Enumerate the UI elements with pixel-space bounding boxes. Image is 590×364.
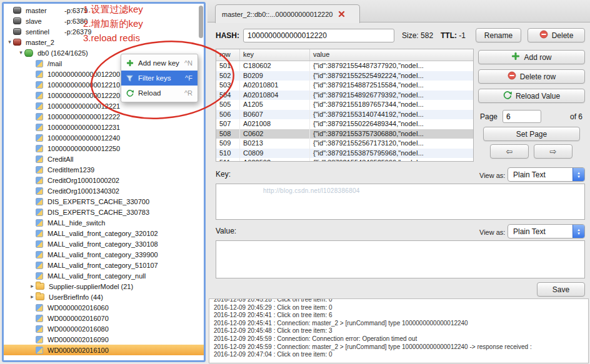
collapse-arrow-icon[interactable]: ▾ [6, 39, 13, 46]
log-panel[interactable]: 2016-12-09 20:45:28 : Click on tree item… [209, 298, 589, 363]
caret-down-icon: ▼ [577, 175, 581, 179]
menu-item-shortcut: ^N [184, 59, 192, 67]
tab-bar: master_2::db0::...000000000012220 [208, 0, 590, 22]
cell-key: C0809 [240, 149, 310, 159]
tree-item[interactable]: 1000000000000012231 [4, 122, 204, 132]
tree-item[interactable]: 1000000000000012250 [4, 143, 204, 154]
pagination: Page of 6 [480, 110, 585, 123]
app-window: master-p:6379slave-p:6380sentinel-p:2637… [0, 0, 590, 364]
prev-page-button[interactable]: ⇦ [490, 144, 529, 159]
expand-arrow-icon[interactable]: ▸ [29, 293, 36, 300]
tree-item[interactable]: 1000000000000012222 [4, 111, 204, 122]
key-name-input[interactable] [243, 29, 394, 42]
table-row[interactable]: 505A1205{"id":387921551897657344,"nodeI.… [216, 100, 473, 110]
next-page-button[interactable]: ⇨ [534, 144, 572, 159]
value-editor[interactable] [216, 240, 585, 278]
tree-item[interactable]: MALL_hide_switch [4, 217, 204, 228]
tree-item[interactable]: MALL_valid_front_category_null [4, 270, 204, 281]
menu-item-reload[interactable]: Reload^R [121, 86, 198, 101]
tree-item-label: sentinel [26, 28, 57, 36]
tree-item-label: 1000000000000012231 [48, 124, 120, 131]
cell-value: {"id":387921554349525996,"nodeI... [310, 158, 473, 162]
cell-key: A1205 [240, 100, 310, 110]
tree-item[interactable]: WD0000002016100 [4, 345, 204, 355]
tree-item[interactable]: DIS_EXPERTS_CACHE_330783 [4, 207, 204, 217]
column-header-row[interactable]: row [216, 49, 240, 61]
save-button[interactable]: Save [537, 282, 585, 297]
key-editor[interactable]: http://blog.csdn.net/l1028386804 [216, 184, 585, 220]
key-icon [36, 251, 43, 258]
key-icon [36, 92, 43, 99]
tree-item[interactable]: CreditAll [4, 154, 204, 164]
table-row[interactable]: 508C0602{"id":387921553757306880,"nodeI.… [216, 129, 473, 139]
tab-key-editor[interactable]: master_2::db0::...000000000012220 [215, 4, 360, 23]
tree-item[interactable]: WD0000002016090 [4, 334, 204, 345]
table-row[interactable]: 504A02010804{"id":387921548926779392,"no… [216, 91, 473, 101]
reload-icon [503, 91, 512, 101]
tree-item[interactable]: WD0000002016060 [4, 302, 204, 313]
set-page-button[interactable]: Set Page [483, 127, 580, 141]
tree-item[interactable]: CreditItem1239 [4, 164, 204, 175]
tree-item-label: 1000000000000012240 [48, 134, 120, 142]
cell-key: B0213 [240, 139, 310, 149]
table-row[interactable]: 511A022502{"id":387921554349525996,"node… [216, 158, 473, 162]
column-header-key[interactable]: key [240, 49, 310, 61]
key-view-select[interactable]: Plain Text ▲ ▼ [508, 167, 585, 182]
left-arrow-icon: ⇦ [506, 147, 513, 156]
key-icon [36, 187, 43, 195]
tree-item[interactable]: ▸Supplier-supplierModel (21) [4, 281, 204, 292]
tree-item[interactable]: MALL_valid_front_category_339900 [4, 249, 204, 260]
tree-item[interactable]: CreditOrg10001340302 [4, 185, 204, 196]
add-row-button[interactable]: Add row [478, 50, 585, 64]
minus-icon [539, 30, 548, 41]
menu-item-add-new-key[interactable]: Add new key^N [121, 56, 198, 71]
cell-row: 502 [216, 71, 240, 81]
delete-row-button[interactable]: Delete row [478, 69, 585, 84]
table-row[interactable]: 501C180602{"id":387921554487377920,"node… [216, 61, 473, 71]
rename-button[interactable]: Rename [476, 28, 521, 42]
key-icon [36, 81, 43, 89]
tree-item-label: db0 (1624/1625) [38, 49, 88, 57]
key-icon [36, 325, 43, 333]
menu-item-filter-keys[interactable]: Filter keys^F [121, 71, 198, 86]
cell-row: 503 [216, 81, 240, 91]
cell-row: 508 [216, 129, 240, 139]
tab-close-icon[interactable] [338, 11, 345, 17]
table-row[interactable]: 509B0213{"id":387921552567173120,"nodeI.… [216, 139, 473, 149]
expand-arrow-icon[interactable]: ▸ [29, 283, 36, 290]
tree-item[interactable]: DIS_EXPERTS_CACHE_330700 [4, 196, 204, 207]
select-caret-icon: ▲ ▼ [572, 225, 584, 238]
tree-item[interactable]: 1000000000000012240 [4, 132, 204, 143]
table-row[interactable]: 502B0209{"id":387921552525492224,"nodeI.… [216, 71, 473, 81]
delete-button[interactable]: Delete [528, 28, 585, 42]
tree-item-label: 1000000000000012210 [48, 81, 120, 89]
tree-item[interactable]: CreditOrg10001000202 [4, 175, 204, 185]
cell-value: {"id":387921553875795968,"nodeI... [310, 149, 473, 159]
key-icon [36, 304, 43, 312]
ttl-value: -1 [459, 31, 466, 40]
tree-item[interactable]: MALL_valid_front_category_510107 [4, 260, 204, 270]
tree-item[interactable]: WD0000002016080 [4, 323, 204, 334]
cell-key: A02010804 [240, 91, 310, 101]
annotation-step2: 2.增加新的key [83, 18, 143, 30]
column-header-value[interactable]: value [310, 49, 473, 61]
table-row[interactable]: 506B0607{"id":387921553140744192,"nodeI.… [216, 110, 473, 120]
tree-item[interactable]: WD0000002016070 [4, 313, 204, 323]
cell-row: 511 [216, 158, 240, 162]
page-input[interactable] [502, 110, 541, 123]
key-view-as-label: View as: [479, 172, 505, 179]
reload-value-button[interactable]: Reload Value [478, 89, 585, 103]
tree-item[interactable]: MALL_valid_front_category_320102 [4, 228, 204, 239]
tree-scrollbar-thumb[interactable] [199, 6, 203, 38]
tree-item-label: WD0000002016080 [48, 325, 109, 333]
table-row[interactable]: 510C0809{"id":387921553875795968,"nodeI.… [216, 149, 473, 159]
value-view-select[interactable]: Plain Text ▲ ▼ [508, 224, 585, 239]
tree-item-label: MALL_valid_front_category_null [48, 272, 146, 280]
table-row[interactable]: 507A021008{"id":387921550226489344,"node… [216, 119, 473, 129]
collapse-arrow-icon[interactable]: ▾ [18, 49, 24, 56]
tree-item[interactable]: ▸UserBriefInfo (44) [4, 292, 204, 302]
cell-value: {"id":387921553757306880,"nodeI... [310, 129, 473, 139]
tree-item[interactable]: MALL_valid_front_category_330108 [4, 239, 204, 249]
ttl-label: TTL: -1 [441, 31, 466, 40]
table-row[interactable]: 503A02010801{"id":387921548872515584,"no… [216, 81, 473, 91]
